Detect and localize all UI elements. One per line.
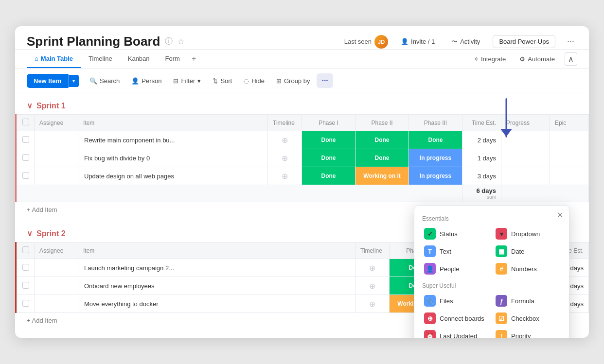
add-timeline-icon[interactable]: ⊕ [282,136,288,144]
add-timeline-icon[interactable]: ⊕ [369,300,375,308]
column-option-text[interactable]: T Text [422,244,490,258]
table-row: Fix bug with divide by 0 ⊕ Done Done [17,149,589,167]
sprint-2-collapse-icon[interactable]: ∨ [27,229,33,238]
row-timeline[interactable]: ⊕ [355,259,390,277]
filter-dropdown-icon: ▾ [197,77,201,85]
row-phase1[interactable]: Done [302,167,355,185]
essentials-section-title: Essentials [422,215,561,222]
star-icon[interactable]: ☆ [178,37,184,46]
add-timeline-icon[interactable]: ⊕ [369,282,375,290]
collapse-button[interactable]: ∧ [565,52,577,66]
add-tab-button[interactable]: + [188,50,200,68]
row-phase3[interactable]: In progress [409,167,462,185]
row-timeline[interactable]: ⊕ [355,295,390,313]
row-item[interactable]: Update design on all web pages [78,167,268,185]
board-powerups-button[interactable]: Board Power-Ups [493,35,555,48]
filter-button[interactable]: ⊟ Filter ▾ [168,74,206,87]
info-icon[interactable]: ⓘ [165,36,173,47]
row-timeline[interactable]: ⊕ [268,167,302,185]
dropdown-icon: ▾ [496,228,507,240]
row-assignee [35,149,78,167]
row-checkbox-cell[interactable] [17,167,35,185]
header-checkbox[interactable] [17,115,35,131]
row-item[interactable]: Move everything to docker [78,295,355,313]
column-option-connect-boards[interactable]: ⊕ Connect boards [422,312,490,325]
row-progress [501,149,550,167]
popup-close-button[interactable]: ✕ [557,210,563,220]
more-options-button[interactable]: ··· [564,35,577,49]
row-phase2[interactable]: Done [355,149,409,167]
header-timeline: Timeline [355,243,390,259]
sum-row: 6 days sum [17,185,589,202]
numbers-icon: # [496,263,507,275]
column-option-numbers[interactable]: # Numbers [494,262,561,276]
row-timeline[interactable]: ⊕ [355,277,390,295]
row-checkbox-cell[interactable] [17,277,35,295]
header-epic: Epic [550,115,589,131]
sort-button[interactable]: ⇅ Sort [208,74,237,87]
date-icon: ▦ [496,245,507,257]
search-button[interactable]: 🔍 Search [85,74,124,87]
row-item[interactable]: Rewrite main component in bu... [78,131,268,149]
column-option-last-updated[interactable]: ⏰ Last Updated [422,329,490,338]
more-toolbar-button[interactable]: ··· [317,73,333,88]
status-icon: ✓ [424,228,436,240]
tab-main-table[interactable]: ⌂ Main Table [27,50,81,68]
row-item[interactable]: Fix bug with divide by 0 [78,149,268,167]
row-item[interactable]: Launch marketing campaign 2... [78,259,355,277]
row-timeline[interactable]: ⊕ [268,131,302,149]
row-phase3[interactable]: Done [409,131,462,149]
header-progress: Progress [501,115,550,131]
row-time-est: 1 days [462,149,501,167]
column-option-date[interactable]: ▦ Date [494,244,561,258]
row-checkbox-cell[interactable] [17,131,35,149]
integrate-button[interactable]: ⟡ Integrate [470,53,510,65]
column-option-checkbox[interactable]: ☑ Checkbox [494,312,561,325]
row-phase2[interactable]: Working on it [355,167,409,185]
row-checkbox-cell[interactable] [17,259,35,277]
new-item-main-button[interactable]: New Item [27,74,69,88]
activity-icon: 〜 [451,37,458,46]
column-option-people[interactable]: 👤 People [422,262,490,276]
sprint-1-header[interactable]: ∨ Sprint 1 [15,93,589,114]
row-epic [550,167,589,185]
row-time-est: 3 days [462,167,501,185]
sprint-1-collapse-icon[interactable]: ∨ [27,101,33,110]
row-phase3[interactable]: In progress [409,149,462,167]
connect-boards-icon: ⊕ [424,312,436,324]
add-timeline-icon[interactable]: ⊕ [282,172,288,180]
row-assignee [35,277,78,295]
invite-button[interactable]: 👤 Invite / 1 [397,36,439,47]
row-phase1[interactable]: Done [302,149,355,167]
tab-kanban[interactable]: Kanban [120,50,158,68]
header-assignee: Assignee [35,115,78,131]
row-checkbox-cell[interactable] [17,149,35,167]
column-option-priority[interactable]: ! Priority [494,329,561,338]
new-item-button-group[interactable]: New Item ▾ [27,74,79,88]
filter-icon: ⊟ [173,77,178,85]
automate-button[interactable]: ⚙ Automate [515,53,559,65]
row-item[interactable]: Onboard new employees [78,277,355,295]
column-option-status[interactable]: ✓ Status [422,227,490,241]
column-option-formula[interactable]: ƒ Formula [494,294,561,308]
activity-button[interactable]: 〜 Activity [447,35,484,48]
add-timeline-icon[interactable]: ⊕ [369,264,375,272]
new-item-dropdown-button[interactable]: ▾ [69,75,79,87]
last-seen: Last seen JD [344,35,388,49]
row-timeline[interactable]: ⊕ [268,149,302,167]
column-option-files[interactable]: 📎 Files [422,294,490,308]
row-phase1[interactable]: Done [302,131,355,149]
row-checkbox-cell[interactable] [17,295,35,313]
tab-timeline[interactable]: Timeline [81,50,120,68]
row-progress [501,131,550,149]
hide-button[interactable]: ◌ Hide [239,74,269,87]
person-button[interactable]: 👤 Person [126,74,166,87]
tab-form[interactable]: Form [158,50,188,68]
row-assignee [35,295,78,313]
group-by-button[interactable]: ⊞ Group by [271,74,315,87]
column-option-dropdown[interactable]: ▾ Dropdown [494,227,561,241]
add-timeline-icon[interactable]: ⊕ [282,154,288,162]
row-phase2[interactable]: Done [355,131,409,149]
text-icon: T [424,245,436,257]
header-checkbox[interactable] [17,243,35,259]
